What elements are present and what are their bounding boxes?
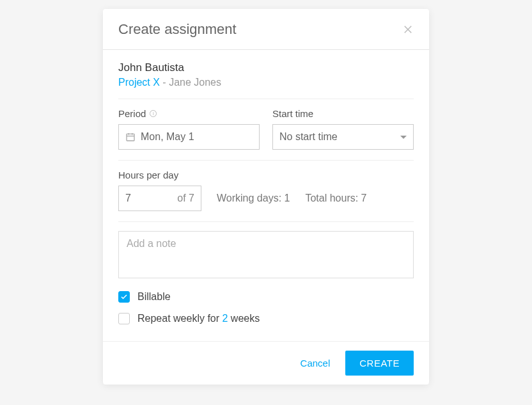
hours-input[interactable]: 7 of 7	[118, 186, 201, 211]
period-input[interactable]: Mon, May 1	[118, 124, 260, 150]
assignee-name: John Bautista	[118, 61, 414, 74]
check-icon	[120, 293, 128, 301]
create-button[interactable]: CREATE	[345, 351, 414, 376]
svg-rect-2	[127, 134, 134, 141]
note-section	[118, 231, 414, 291]
billable-row: Billable	[118, 291, 414, 303]
note-textarea[interactable]	[118, 231, 414, 278]
separator: -	[160, 77, 169, 88]
period-value: Mon, May 1	[141, 131, 194, 143]
assignee-section: John Bautista Project X - Jane Jones	[118, 61, 414, 99]
modal-footer: Cancel CREATE	[103, 341, 429, 385]
hours-suffix: of 7	[177, 193, 194, 204]
modal-body: John Bautista Project X - Jane Jones Per…	[103, 50, 429, 341]
hours-value: 7	[125, 193, 131, 204]
working-days-stat: Working days: 1	[217, 193, 290, 204]
period-section: Period i Mon, May 1 Start tim	[118, 108, 414, 161]
manager-name: Jane Jones	[169, 77, 221, 88]
close-icon[interactable]	[402, 24, 414, 35]
billable-checkbox[interactable]	[118, 291, 130, 303]
modal-header: Create assignment	[103, 9, 429, 50]
start-time-value: No start time	[279, 131, 338, 143]
create-assignment-modal: Create assignment John Bautista Project …	[103, 9, 429, 385]
modal-title: Create assignment	[118, 21, 237, 38]
hours-label: Hours per day	[118, 170, 414, 180]
repeat-row: Repeat weekly for 2 weeks	[118, 313, 414, 324]
start-time-select[interactable]: No start time	[272, 124, 414, 150]
calendar-icon	[125, 132, 136, 142]
start-time-label: Start time	[272, 108, 414, 119]
project-line: Project X - Jane Jones	[118, 77, 414, 88]
chevron-down-icon	[400, 136, 407, 139]
repeat-checkbox[interactable]	[118, 313, 130, 324]
period-label: Period i	[118, 108, 260, 119]
cancel-button[interactable]: Cancel	[298, 353, 333, 374]
repeat-label: Repeat weekly for 2 weeks	[137, 313, 260, 324]
project-link[interactable]: Project X	[118, 77, 160, 88]
info-icon[interactable]: i	[150, 110, 157, 117]
total-hours-stat: Total hours: 7	[305, 193, 366, 204]
hours-section: Hours per day 7 of 7 Working days: 1 Tot…	[118, 170, 414, 222]
billable-label: Billable	[137, 291, 171, 303]
